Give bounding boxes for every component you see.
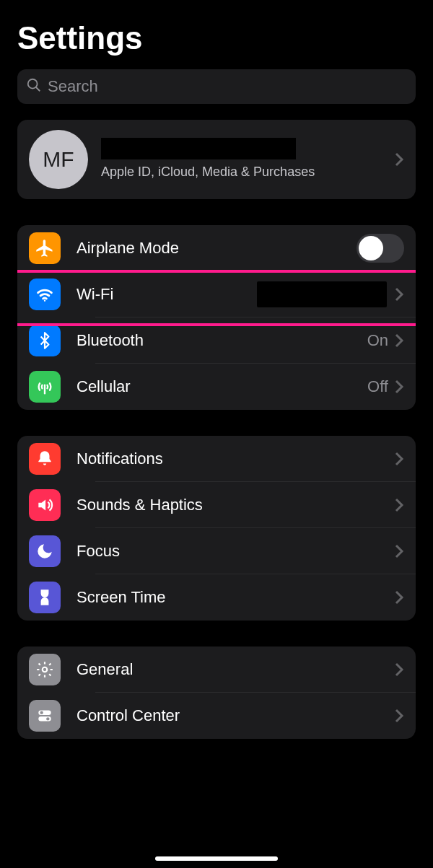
wifi-label: Wi-Fi [76, 285, 257, 304]
cellular-icon [29, 371, 61, 403]
chevron-right-icon [394, 451, 404, 467]
notifications-icon [29, 443, 61, 475]
home-indicator[interactable] [155, 856, 278, 861]
screentime-icon [29, 582, 61, 613]
cellular-label: Cellular [76, 377, 367, 396]
bluetooth-label: Bluetooth [76, 331, 367, 350]
airplane-icon [29, 232, 61, 264]
chevron-right-icon [394, 152, 404, 167]
chevron-right-icon [394, 497, 404, 513]
screentime-row[interactable]: Screen Time [17, 574, 416, 621]
bluetooth-icon [29, 325, 61, 356]
control-center-row[interactable]: Control Center [17, 693, 416, 739]
chevron-right-icon [394, 589, 404, 605]
wifi-row[interactable]: Wi-Fi [17, 271, 416, 317]
control-center-label: Control Center [76, 706, 394, 725]
cellular-row[interactable]: Cellular Off [17, 364, 416, 410]
chevron-right-icon [394, 708, 404, 724]
page-title: Settings [0, 0, 433, 69]
search-placeholder: Search [48, 77, 98, 96]
svg-point-0 [28, 79, 38, 89]
chevron-right-icon [394, 379, 404, 395]
svg-point-4 [43, 667, 48, 672]
connectivity-group: Airplane Mode Wi-Fi Bluetooth On Cellula… [17, 225, 416, 410]
chevron-right-icon [394, 286, 404, 302]
general-icon [29, 654, 61, 685]
account-group: MF Apple ID, iCloud, Media & Purchases [17, 120, 416, 199]
chevron-right-icon [394, 662, 404, 678]
focus-icon [29, 535, 61, 567]
notifications-group: Notifications Sounds & Haptics Focus Scr… [17, 436, 416, 621]
control-center-icon [29, 700, 61, 732]
search-field[interactable]: Search [17, 69, 416, 104]
account-name-redacted [101, 138, 296, 159]
avatar: MF [29, 130, 88, 189]
sounds-icon [29, 489, 61, 521]
notifications-label: Notifications [76, 450, 394, 468]
chevron-right-icon [394, 333, 404, 348]
general-group: General Control Center [17, 646, 416, 739]
account-subtitle: Apple ID, iCloud, Media & Purchases [101, 164, 394, 180]
wifi-network-redacted [257, 281, 387, 307]
svg-point-8 [46, 717, 49, 720]
focus-row[interactable]: Focus [17, 528, 416, 574]
airplane-mode-toggle[interactable] [357, 234, 404, 263]
search-icon [26, 77, 42, 96]
sounds-label: Sounds & Haptics [76, 496, 394, 514]
apple-id-row[interactable]: MF Apple ID, iCloud, Media & Purchases [17, 120, 416, 199]
bluetooth-detail: On [367, 331, 388, 350]
svg-line-1 [36, 87, 40, 92]
bluetooth-row[interactable]: Bluetooth On [17, 317, 416, 364]
screentime-label: Screen Time [76, 588, 394, 607]
airplane-mode-label: Airplane Mode [76, 239, 357, 258]
general-row[interactable]: General [17, 646, 416, 693]
svg-point-7 [40, 711, 43, 714]
cellular-detail: Off [367, 377, 388, 396]
general-label: General [76, 660, 394, 679]
svg-point-2 [44, 300, 45, 302]
wifi-icon [29, 279, 61, 310]
airplane-mode-row[interactable]: Airplane Mode [17, 225, 416, 271]
focus-label: Focus [76, 542, 394, 561]
notifications-row[interactable]: Notifications [17, 436, 416, 482]
chevron-right-icon [394, 543, 404, 559]
sounds-row[interactable]: Sounds & Haptics [17, 482, 416, 528]
